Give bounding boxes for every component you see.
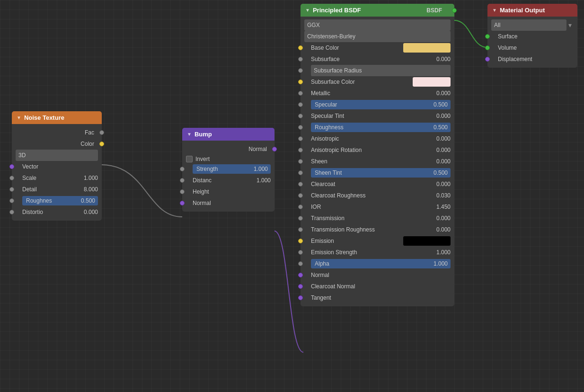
bsdf-emission-strength-label: Emission Strength	[311, 249, 427, 256]
bsdf-subsurface-socket[interactable]	[298, 57, 303, 62]
bump-collapse-arrow[interactable]: ▼	[187, 132, 192, 137]
bsdf-tangent-socket[interactable]	[298, 295, 303, 300]
bsdf-clearcoat-value: 0.000	[427, 181, 451, 187]
material-surface-row: Surface	[487, 31, 577, 42]
material-displacement-label: Displacement	[491, 56, 532, 62]
bsdf-output-socket[interactable]	[452, 8, 457, 13]
material-displacement-socket[interactable]	[485, 57, 490, 62]
noise-color-label: Color	[16, 141, 98, 147]
bsdf-subsurface-method-dropdown[interactable]: Christensen-Burley Random Walk	[304, 31, 451, 42]
bsdf-anisotropic-socket[interactable]	[298, 136, 303, 141]
bsdf-metallic-row: Metallic 0.000	[301, 88, 454, 99]
bump-strength-label: Strength	[196, 166, 244, 172]
noise-distortion-socket[interactable]	[9, 210, 14, 214]
noise-texture-header[interactable]: ▼ Noise Texture	[12, 111, 102, 124]
bsdf-base-color-label: Base Color	[304, 45, 400, 51]
material-output-node: ▼ Material Output All Camera Viewport ▾ …	[487, 4, 577, 68]
noise-color-row: Color	[12, 138, 102, 150]
bsdf-alpha-value: 1.000	[424, 260, 448, 267]
material-output-dropdown[interactable]: All Camera Viewport	[491, 19, 566, 31]
bsdf-transmission-roughness-label: Transmission Roughness	[311, 226, 427, 233]
bsdf-base-color-socket[interactable]	[298, 45, 303, 50]
bsdf-subsurface-color-socket[interactable]	[298, 80, 303, 84]
bump-invert-checkbox[interactable]	[186, 156, 193, 162]
noise-scale-socket[interactable]	[9, 176, 14, 180]
bump-normal-output-label: Normal	[186, 146, 271, 152]
bsdf-anisotropic-label: Anisotropic	[311, 135, 427, 142]
bump-distance-value: 1.000	[247, 177, 271, 184]
dropdown-arrow-icon: ▾	[568, 21, 574, 29]
bsdf-emission-swatch[interactable]	[403, 236, 451, 246]
bsdf-ior-value: 1.450	[427, 204, 451, 210]
bsdf-clearcoat-normal-row: Clearcoat Normal	[301, 281, 454, 292]
noise-detail-socket[interactable]	[9, 187, 14, 192]
bsdf-emission-strength-value: 1.000	[427, 249, 451, 256]
bsdf-emission-strength-row: Emission Strength 1.000	[301, 247, 454, 258]
bsdf-clearcoat-roughness-socket[interactable]	[298, 193, 303, 198]
bsdf-collapse-arrow[interactable]: ▼	[305, 8, 310, 13]
bsdf-ior-socket[interactable]	[298, 205, 303, 209]
bsdf-tangent-label: Tangent	[304, 294, 331, 301]
bsdf-anisotropic-rotation-socket[interactable]	[298, 148, 303, 152]
bsdf-specular-tint-socket[interactable]	[298, 114, 303, 118]
bsdf-transmission-roughness-socket[interactable]	[298, 227, 303, 232]
noise-dimension-dropdown[interactable]: 3D 1D 2D 4D	[16, 150, 98, 161]
bsdf-normal-socket[interactable]	[298, 273, 303, 277]
bsdf-clearcoat-socket[interactable]	[298, 182, 303, 187]
bump-distance-row: Distanc 1.000	[182, 175, 274, 186]
output-collapse-arrow[interactable]: ▼	[492, 8, 497, 13]
bsdf-emission-strength-socket[interactable]	[298, 250, 303, 255]
bump-height-socket[interactable]	[180, 189, 185, 194]
bsdf-base-color-swatch[interactable]	[403, 43, 451, 53]
bsdf-subsurface-color-swatch[interactable]	[413, 77, 451, 87]
bsdf-body: GGX Beckmann Multiscatter GGX Christense…	[301, 17, 454, 306]
bsdf-transmission-socket[interactable]	[298, 216, 303, 221]
bsdf-header[interactable]: ▼ Principled BSDF BSDF	[301, 4, 454, 17]
bsdf-subsurface-radius-row: Subsurface Radius	[301, 65, 454, 76]
bsdf-alpha-socket[interactable]	[298, 261, 303, 266]
bsdf-subsurface-radius-socket[interactable]	[298, 68, 303, 73]
bsdf-distribution-dropdown[interactable]: GGX Beckmann Multiscatter GGX	[304, 19, 451, 31]
bump-body: Normal Invert Strength 1.000 Distanc 1.0…	[182, 141, 274, 212]
bsdf-sheen-tint-socket[interactable]	[298, 170, 303, 175]
bsdf-roughness-socket[interactable]	[298, 125, 303, 130]
bsdf-metallic-socket[interactable]	[298, 91, 303, 96]
bsdf-specular-tint-value: 0.000	[427, 113, 451, 119]
bsdf-emission-socket[interactable]	[298, 239, 303, 243]
bsdf-subsurface-radius-dropdown[interactable]: Subsurface Radius	[311, 65, 451, 76]
bump-strength-socket[interactable]	[180, 167, 185, 171]
bsdf-node: ▼ Principled BSDF BSDF GGX Beckmann Mult…	[301, 4, 454, 306]
bsdf-specular-row: Specular 0.500	[301, 99, 454, 110]
noise-fac-row: Fac	[12, 127, 102, 138]
noise-roughness-label: Roughnes	[26, 197, 71, 204]
bump-strength-row: Strength 1.000	[182, 163, 274, 175]
noise-fac-socket[interactable]	[99, 130, 104, 135]
noise-color-socket[interactable]	[99, 142, 104, 146]
bump-normal-output-socket[interactable]	[272, 147, 277, 151]
bsdf-ior-label: IOR	[311, 204, 427, 210]
bsdf-sheen-socket[interactable]	[298, 159, 303, 164]
material-surface-socket[interactable]	[485, 34, 490, 39]
bump-distance-socket[interactable]	[180, 178, 185, 183]
material-volume-socket[interactable]	[485, 45, 490, 50]
bsdf-clearcoat-label: Clearcoat	[311, 181, 427, 187]
bsdf-anisotropic-value: 0.000	[427, 135, 451, 142]
noise-roughness-value: 0.500	[71, 197, 95, 204]
bsdf-subsurface-label: Subsurface	[311, 56, 427, 62]
bsdf-sheen-value: 0.000	[427, 158, 451, 165]
bump-header[interactable]: ▼ Bump	[182, 128, 274, 141]
material-output-header[interactable]: ▼ Material Output	[487, 4, 577, 17]
collapse-arrow[interactable]: ▼	[17, 115, 21, 120]
noise-3d-row: 3D 1D 2D 4D	[12, 150, 102, 161]
noise-distortion-label: Distortio	[22, 209, 74, 215]
bsdf-clearcoat-row: Clearcoat 0.000	[301, 178, 454, 190]
bump-invert-label: Invert	[195, 156, 210, 162]
noise-roughness-socket[interactable]	[9, 198, 14, 203]
bsdf-clearcoat-normal-socket[interactable]	[298, 284, 303, 289]
bsdf-specular-socket[interactable]	[298, 102, 303, 107]
bsdf-tangent-row: Tangent	[301, 292, 454, 303]
bsdf-specular-value: 0.500	[424, 101, 448, 108]
noise-vector-socket[interactable]	[9, 164, 14, 169]
bump-normal-input-socket[interactable]	[180, 201, 185, 205]
bsdf-normal-label: Normal	[304, 272, 329, 278]
